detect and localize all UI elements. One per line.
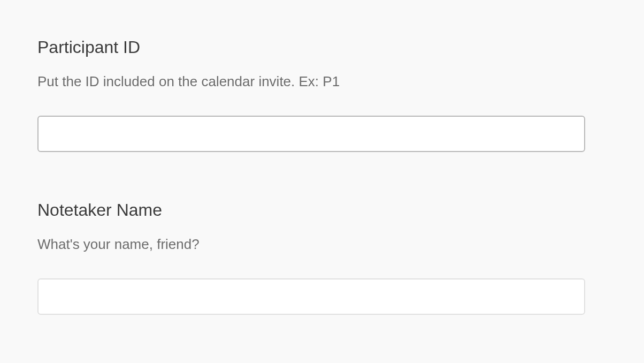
participant-id-group: Participant ID Put the ID included on th… (37, 37, 607, 152)
notetaker-name-label: Notetaker Name (37, 200, 607, 220)
participant-id-label: Participant ID (37, 37, 607, 57)
participant-id-input[interactable] (37, 116, 585, 152)
participant-id-description: Put the ID included on the calendar invi… (37, 73, 607, 90)
notetaker-name-input[interactable] (37, 278, 585, 315)
notetaker-name-group: Notetaker Name What's your name, friend? (37, 200, 607, 315)
notetaker-name-description: What's your name, friend? (37, 236, 607, 253)
